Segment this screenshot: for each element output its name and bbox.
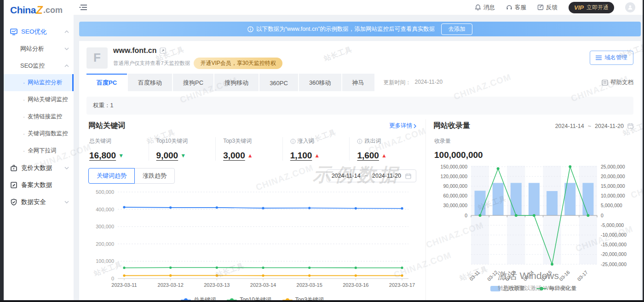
user-limit-note: 普通用户仅支持查看7天监控数据 (113, 60, 190, 67)
logo-z: Z (36, 4, 43, 17)
trend-arrow-icon: ▼ (118, 152, 124, 159)
tab-baidu-mobile[interactable]: 百度移动 (128, 74, 172, 91)
page-content: 以下数据为“www.font.cn”的示例数据，添加网站监控后可查看真实数据 去… (74, 15, 643, 300)
svg-text:400,000: 400,000 (96, 207, 114, 212)
go-add-button[interactable]: 去添加 (441, 23, 472, 35)
svg-text:03-14: 03-14 (522, 269, 535, 282)
stat-value[interactable]: 3,000 (223, 151, 245, 161)
stat-value[interactable]: 16,800 (89, 151, 116, 161)
inclusion-chart: 030,000,00060,000,00090,000,000120,000,0… (433, 163, 633, 285)
sidebar-item-site-analysis[interactable]: 网站分析 (4, 40, 74, 57)
customer-service-link[interactable]: 客服 (506, 4, 526, 12)
bullet-dot: · (23, 131, 25, 137)
stat-falling-words: 跌出词 1,600▲ (349, 137, 416, 161)
domain-manage-button[interactable]: 域名管理 (590, 51, 633, 65)
svg-text:03-12: 03-12 (486, 269, 499, 282)
sidebar-item-friendlink-monitor[interactable]: · 友情链接监控 (4, 108, 74, 125)
info-circle-icon (247, 26, 253, 32)
svg-text:25,000,000: 25,000,000 (601, 164, 625, 169)
chinaz-logo[interactable]: China Z .com (4, 0, 74, 20)
more-details-link[interactable]: 更多详情 (389, 122, 416, 130)
sidebar-item-icp-bigdata[interactable]: 备案大数据 (4, 176, 74, 193)
sidebar-item-keyword-index-monitor[interactable]: · 关键词指数监控 (4, 125, 74, 142)
tab-360-pc[interactable]: 360PC (259, 74, 298, 91)
svg-text:300,000: 300,000 (96, 224, 114, 229)
feedback-link[interactable]: 反馈 (537, 4, 558, 12)
sidebar-item-bidding-bigdata[interactable]: 竞价大数据 (4, 159, 74, 176)
monitor-chart-icon (10, 28, 17, 35)
tab-sogou-mobile[interactable]: 搜狗移动 (214, 74, 259, 91)
update-time: 更新时间： 2024-11-20 (384, 79, 443, 87)
stat-value[interactable]: 9,000 (156, 151, 178, 161)
collapse-menu-icon[interactable] (79, 4, 88, 11)
logo-china: China (10, 5, 36, 16)
svg-text:2023-03-14: 2023-03-14 (250, 282, 276, 288)
sidebar-item-site-monitor-analysis[interactable]: · 网站监控分析 (4, 74, 74, 91)
sidebar-item-seo-monitor[interactable]: SEO监控 (4, 57, 74, 74)
svg-text:03-15: 03-15 (540, 269, 553, 282)
customer-service-label: 客服 (515, 4, 526, 12)
date-to: 2024-11-20 (595, 123, 624, 129)
sidebar-menu: SEO优化 网站分析 SEO监控 · 网站监控分析 · 网站关键词监控 · 友 (4, 23, 74, 210)
sidebar-item-dropdown-words[interactable]: · 全网下拉词 (4, 142, 74, 159)
inclusion-metric-value: 100,000,000 (433, 150, 633, 160)
tab-360-mobile[interactable]: 360移动 (299, 74, 341, 91)
sidebar-item-site-keyword-monitor[interactable]: · 网站关键词监控 (4, 91, 74, 108)
tab-baidu-pc[interactable]: 百度PC (86, 74, 127, 91)
inclusion-chart-legend: 总收录量 每日变化量 (433, 285, 633, 292)
user-avatar[interactable] (625, 2, 635, 12)
svg-text:0: 0 (601, 213, 604, 218)
svg-text:03-13: 03-13 (504, 269, 517, 282)
svg-text:30,000,000: 30,000,000 (443, 203, 467, 208)
banner-text: 以下数据为“www.font.cn”的示例数据，添加网站监控后可查看真实数据 (256, 25, 435, 33)
more-details-label: 更多详情 (389, 122, 412, 130)
stat-rising-words: 涨入词 1,100▲ (282, 137, 350, 161)
svg-text:120,000,000: 120,000,000 (441, 174, 468, 179)
keyword-stats: 总关键词 16,800▼ Top10关键词 9,000▼ Top3关键词 3,0… (88, 137, 416, 161)
tab-shenma[interactable]: 神马 (342, 74, 374, 91)
stat-value[interactable]: 1,100 (290, 151, 312, 161)
help-doc-label: 帮助文档 (610, 79, 633, 87)
svg-text:2023-03-11: 2023-03-11 (111, 282, 137, 288)
vip-label: VIP (574, 4, 584, 11)
vip-privilege-badge[interactable]: 开通VIP会员，享30天监控特权 (194, 58, 282, 69)
stat-total-keywords: 总关键词 16,800▼ (88, 137, 149, 161)
sidebar-item-seo-optimize[interactable]: SEO优化 (4, 23, 74, 40)
legend-total-inclusion[interactable]: 总收录量 (490, 285, 525, 292)
chevron-down-icon (64, 47, 69, 50)
inclusion-date-range[interactable]: 2024-11-14 ~ 2024-11-20 (555, 123, 633, 129)
sidebar-item-label: 竞价大数据 (21, 164, 52, 172)
svg-text:-20,000,000: -20,000,000 (601, 251, 627, 257)
sidebar-item-label: 网站关键词监控 (28, 96, 68, 104)
svg-text:150,000,000: 150,000,000 (441, 164, 468, 169)
external-link-icon[interactable] (160, 47, 166, 54)
sidebar-item-label: 网站分析 (20, 45, 44, 53)
bell-icon (475, 4, 481, 11)
svg-text:2023-03-15: 2023-03-15 (297, 282, 322, 288)
svg-text:-5,000,000: -5,000,000 (601, 222, 624, 228)
weight-box: 权重：1 (86, 97, 633, 115)
svg-text:-25,000,000: -25,000,000 (601, 261, 627, 267)
rise-fall-toggle[interactable]: 涨跌趋势 (134, 168, 175, 184)
sidebar-item-data-security[interactable]: 数据安全 (4, 193, 74, 210)
sidebar-item-label: 备案大数据 (21, 181, 52, 189)
person-icon (627, 4, 633, 11)
inclusion-metric-label: 收录量 (433, 137, 633, 145)
help-doc-link[interactable]: 帮助文档 (602, 79, 633, 87)
date-range-picker[interactable]: 2024-11-14 ~ 2024-11-20 (327, 169, 416, 182)
sidebar-item-label: 网站监控分析 (28, 79, 62, 87)
vip-open-button[interactable]: VIP 立即开通 (569, 2, 614, 13)
stat-top10-keywords: Top10关键词 9,000▼ (149, 137, 216, 161)
logo-com: .com (43, 6, 63, 15)
tab-sogou-pc[interactable]: 搜狗PC (173, 74, 213, 91)
messages-link[interactable]: 消息 (475, 4, 495, 12)
chevron-up-icon (64, 30, 69, 33)
legend-daily-change[interactable]: 每日变化量 (536, 285, 577, 292)
svg-text:100,000: 100,000 (96, 258, 114, 264)
site-info: www.font.cn 普通用户仅支持查看7天监控数据 开通VIP会员，享30天… (113, 46, 282, 69)
trend-arrow-icon: ▲ (247, 152, 253, 159)
svg-text:2023-03-12: 2023-03-12 (158, 282, 184, 288)
keyword-trend-toggle[interactable]: 关键词趋势 (88, 168, 135, 184)
bullet-dot: · (23, 148, 25, 154)
stat-value[interactable]: 1,600 (357, 151, 379, 161)
